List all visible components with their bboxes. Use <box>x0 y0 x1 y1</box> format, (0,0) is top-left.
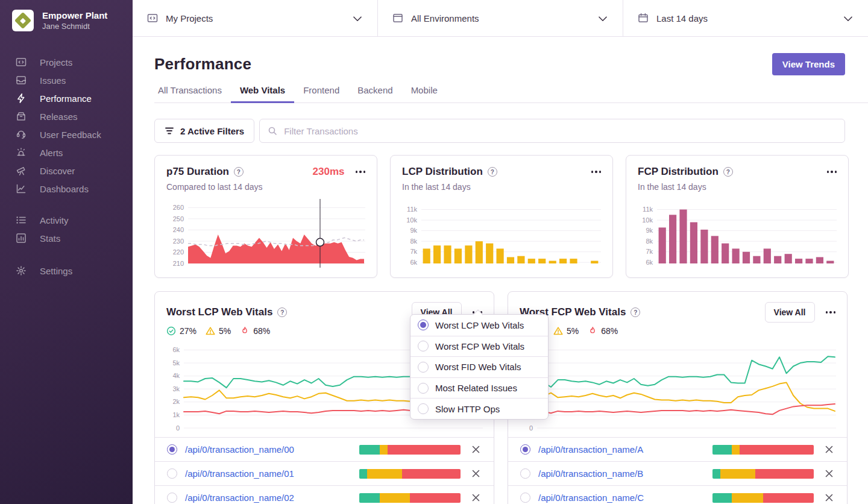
sidebar-item-activity[interactable]: Activity <box>0 211 133 229</box>
row-radio[interactable] <box>520 493 530 503</box>
check-circle-icon <box>166 326 176 336</box>
meh-percent: 5% <box>567 326 579 336</box>
close-icon[interactable] <box>825 469 834 478</box>
settings-gear-icon <box>16 265 27 276</box>
overflow-menu-icon[interactable] <box>826 311 836 313</box>
org-switcher[interactable]: Empower Plant Jane Schmidt <box>0 0 133 31</box>
menu-item-worst-fid[interactable]: Worst FID Web Vitals <box>410 356 548 377</box>
help-icon[interactable]: ? <box>723 167 733 177</box>
tab-mobile[interactable]: Mobile <box>402 85 447 103</box>
date-range-dropdown[interactable]: Last 14 days <box>623 0 868 36</box>
sidebar-item-user-feedback[interactable]: User Feedback <box>0 125 133 143</box>
radio-icon <box>418 403 429 414</box>
chevron-down-icon <box>353 13 362 24</box>
sidebar-item-label: Activity <box>40 215 69 225</box>
vitals-bar <box>359 445 461 455</box>
sidebar-nav: Projects Issues Performance Releases Use… <box>0 53 133 280</box>
sidebar-item-issues[interactable]: Issues <box>0 71 133 89</box>
overflow-menu-icon[interactable] <box>591 171 602 173</box>
sidebar-item-discover[interactable]: Discover <box>0 162 133 180</box>
overflow-menu-icon[interactable] <box>827 171 837 173</box>
tab-all-transactions[interactable]: All Transactions <box>154 85 231 103</box>
close-icon[interactable] <box>825 445 834 454</box>
transaction-link[interactable]: /api/0/transaction_name/A <box>538 444 643 455</box>
environment-filter-dropdown[interactable]: All Environments <box>377 0 623 36</box>
close-icon[interactable] <box>471 445 480 454</box>
help-icon[interactable]: ? <box>277 307 287 317</box>
table-row: /api/0/transaction_name/02 <box>155 485 494 504</box>
sidebar-item-settings[interactable]: Settings <box>0 262 133 280</box>
row-radio[interactable] <box>520 444 530 455</box>
p75-value: 230ms <box>313 166 345 178</box>
sidebar-item-label: Alerts <box>40 148 63 158</box>
overflow-menu-icon[interactable] <box>356 171 366 173</box>
table-row: /api/0/transaction_name/A <box>508 437 847 461</box>
vitals-stats: 5% 68% <box>508 323 847 336</box>
menu-item-most-related-issues[interactable]: Most Related Issues <box>410 377 548 398</box>
dashboards-chart-icon <box>16 183 27 194</box>
sidebar: Empower Plant Jane Schmidt Projects Issu… <box>0 0 133 504</box>
sidebar-item-dashboards[interactable]: Dashboards <box>0 180 133 198</box>
active-filters-button[interactable]: 2 Active Filters <box>154 119 254 143</box>
table-row: /api/0/transaction_name/C <box>508 485 847 504</box>
help-icon[interactable]: ? <box>631 307 640 317</box>
sidebar-item-performance[interactable]: Performance <box>0 89 133 107</box>
card-title: FCP Distribution <box>638 166 719 178</box>
alerts-siren-icon <box>16 147 27 158</box>
warning-triangle-icon <box>206 326 215 336</box>
sidebar-item-releases[interactable]: Releases <box>0 107 133 125</box>
view-all-button[interactable]: View All <box>765 302 815 323</box>
tab-frontend[interactable]: Frontend <box>294 85 348 103</box>
svg-text:260: 260 <box>173 204 184 211</box>
row-radio[interactable] <box>167 493 177 503</box>
sidebar-item-stats[interactable]: Stats <box>0 229 133 247</box>
transaction-link[interactable]: /api/0/transaction_name/C <box>538 493 644 503</box>
card-title: Worst LCP Web Vitals <box>166 306 272 318</box>
tab-web-vitals[interactable]: Web Vitals <box>231 85 294 103</box>
svg-text:7k: 7k <box>410 248 417 255</box>
close-icon[interactable] <box>471 493 480 502</box>
svg-text:220: 220 <box>173 248 184 256</box>
date-range-label: Last 14 days <box>656 13 708 24</box>
p75-duration-card: p75 Duration ? 230ms Compared to last 14… <box>154 155 377 278</box>
menu-item-worst-lcp[interactable]: Worst LCP Web Vitals <box>410 315 548 336</box>
card-title: p75 Duration <box>166 166 229 178</box>
help-icon[interactable]: ? <box>488 167 497 177</box>
project-filter-dropdown[interactable]: My Projects <box>133 0 377 36</box>
project-filter-label: My Projects <box>166 13 213 24</box>
sidebar-item-projects[interactable]: Projects <box>0 53 133 71</box>
transaction-link[interactable]: /api/0/transaction_name/00 <box>185 444 294 455</box>
close-icon[interactable] <box>825 493 834 502</box>
menu-item-slow-http-ops[interactable]: Slow HTTP Ops <box>410 398 548 419</box>
view-trends-button[interactable]: View Trends <box>772 53 845 75</box>
help-icon[interactable]: ? <box>234 167 244 177</box>
project-icon <box>147 13 158 24</box>
row-radio[interactable] <box>167 444 177 455</box>
row-radio[interactable] <box>520 468 530 479</box>
card-subtitle: In the last 14 days <box>402 182 601 192</box>
close-icon[interactable] <box>471 469 480 478</box>
sidebar-item-alerts[interactable]: Alerts <box>0 143 133 162</box>
fcp-distribution-card: FCP Distribution ? In the last 14 days 1… <box>626 155 849 278</box>
svg-text:10k: 10k <box>406 216 417 224</box>
tab-backend[interactable]: Backend <box>348 85 401 103</box>
fcp-distribution-chart: 11k10k9k8k7k6k <box>638 199 837 270</box>
releases-icon <box>16 111 27 122</box>
row-radio[interactable] <box>167 468 177 479</box>
transaction-link[interactable]: /api/0/transaction_name/B <box>538 468 643 479</box>
warning-triangle-icon <box>553 326 563 336</box>
card-subtitle: Compared to last 14 days <box>166 182 365 192</box>
menu-item-worst-fcp[interactable]: Worst FCP Web Vitals <box>410 336 548 357</box>
vitals-bar <box>359 493 461 503</box>
lcp-distribution-chart: 11k10k9k8k7k6k <box>402 199 601 270</box>
projects-icon <box>16 57 27 68</box>
search-input[interactable] <box>259 119 845 143</box>
vitals-bar <box>712 493 814 503</box>
vitals-bar <box>712 445 814 455</box>
svg-text:7k: 7k <box>646 248 653 255</box>
svg-text:3k: 3k <box>172 385 180 392</box>
transaction-link[interactable]: /api/0/transaction_name/02 <box>185 493 294 503</box>
transaction-link[interactable]: /api/0/transaction_name/01 <box>185 468 294 479</box>
svg-text:1k: 1k <box>172 411 180 418</box>
empower-plant-logo-icon <box>14 12 31 29</box>
